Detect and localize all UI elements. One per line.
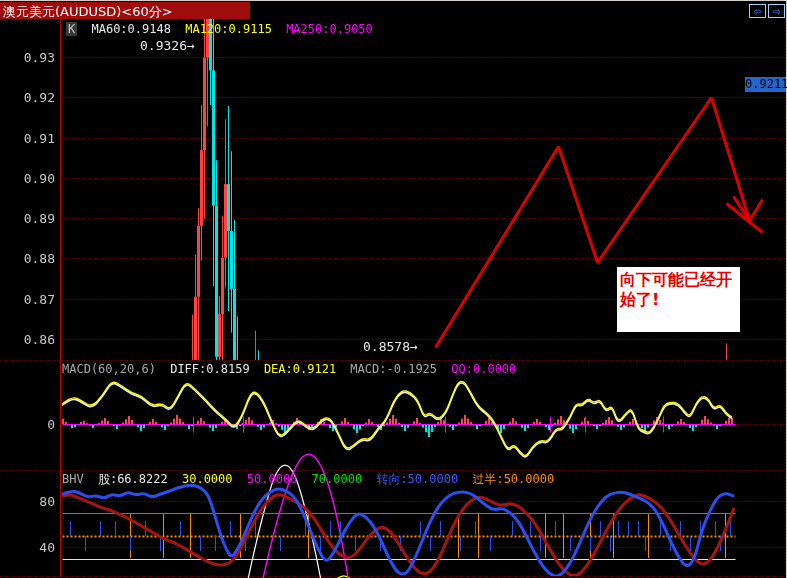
bhv-30: 30.0000 (182, 472, 233, 486)
y-axis-label: 0.92 (3, 90, 55, 105)
macd-macd: MACD:-0.1925 (350, 362, 437, 376)
bhv-legend: BHV 股:66.8222 30.0000 50.0000 70.0000 转向… (62, 471, 561, 488)
legend-k: K (66, 22, 77, 36)
nav-left-button[interactable]: ⇦ (749, 4, 766, 18)
y-axis-label: 0.90 (3, 171, 55, 186)
macd-qq: QQ:0.0000 (451, 362, 516, 376)
y-axis-label: 0.93 (3, 50, 55, 65)
bhv-name: BHV (62, 472, 84, 486)
annotation-note: 向下可能已经开始了! (617, 267, 740, 332)
macd-diff: DIFF:0.8159 (170, 362, 249, 376)
y-axis-label: 0.91 (3, 131, 55, 146)
bhv-y-label: 80 (3, 494, 55, 509)
macd-name: MACD(60,20,6) (62, 362, 156, 376)
y-axis-label: 0.86 (3, 332, 55, 347)
peak-price-label: 0.9326→ (140, 38, 195, 53)
bhv-guoban: 过半:50.0000 (472, 472, 554, 486)
legend-ma120: MA120:0.9115 (185, 22, 272, 36)
y-axis-label: 0.88 (3, 251, 55, 266)
low-price-label: 0.8578→ (363, 339, 418, 354)
bhv-50: 50.0000 (247, 472, 298, 486)
macd-legend: MACD(60,20,6) DIFF:0.8159 DEA:0.9121 MAC… (62, 362, 523, 376)
legend-ma60: MA60:0.9148 (91, 22, 170, 36)
window-title: 澳元美元(AUDUSD)<60分> (3, 3, 173, 21)
bhv-zhuan: 转向:50.0000 (376, 472, 458, 486)
macd-dea: DEA:0.9121 (264, 362, 336, 376)
legend-ma250: MA250:0.9050 (286, 22, 373, 36)
bhv-y-label: 40 (3, 540, 55, 555)
bhv-70: 70.0000 (312, 472, 363, 486)
bhv-gu: 股:66.8222 (98, 472, 168, 486)
main-legend: K MA60:0.9148 MA120:0.9115 MA250:0.9050 (66, 22, 380, 36)
app-window: 澳元美元(AUDUSD)<60分> ⇦ ⇨ K MA60:0.9148 MA12… (0, 0, 787, 578)
macd-zero-label: 0 (3, 417, 55, 432)
nav-right-button[interactable]: ⇨ (768, 4, 785, 18)
y-axis-label: 0.89 (3, 211, 55, 226)
y-axis-label: 0.87 (3, 292, 55, 307)
current-price-tag: 0.9211 (745, 77, 786, 92)
title-bar: 澳元美元(AUDUSD)<60分> ⇦ ⇨ (0, 0, 787, 19)
